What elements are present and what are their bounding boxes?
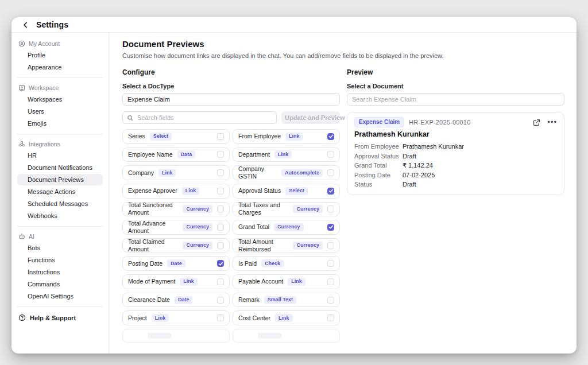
field-checkbox[interactable] (217, 205, 224, 212)
sidebar-section-label: Integrations (29, 141, 60, 147)
preview-column: Preview Select a Document Expense Claim … (347, 68, 564, 343)
field-type-badge: Link (285, 133, 303, 141)
field-label: Cost Center (238, 314, 270, 322)
sidebar-item-help-support[interactable]: Help & Support (17, 312, 103, 324)
search-fields-input[interactable] (122, 111, 277, 124)
field-card-payable-account[interactable]: Payable Account Link (233, 274, 340, 289)
field-card-total-sanctioned-amount[interactable]: Total Sanctioned Amount Currency (122, 202, 230, 217)
sidebar-item-webhooks[interactable]: Webhooks (17, 210, 103, 222)
field-card-cost-center[interactable]: Cost Center Link (233, 310, 340, 325)
ai-bot-icon (18, 233, 25, 240)
field-label: Clearance Date (128, 296, 170, 304)
field-checkbox[interactable] (217, 224, 224, 231)
field-checkbox[interactable] (217, 314, 224, 321)
field-type-badge: Autocomplete (281, 169, 323, 177)
field-checkbox[interactable] (217, 297, 224, 304)
field-checkbox[interactable] (327, 205, 334, 212)
field-checkbox[interactable] (217, 260, 224, 267)
sidebar-item-document-notifications[interactable]: Document Notifications (17, 162, 103, 173)
field-card-total-claimed-amount[interactable]: Total Claimed Amount Currency (122, 238, 230, 253)
sidebar-item-instructions[interactable]: Instructions (17, 266, 103, 278)
configure-column: Configure Select a DocType Update and Pr… (122, 68, 340, 343)
sidebar-item-workspaces[interactable]: Workspaces (17, 94, 103, 105)
back-button[interactable] (21, 20, 30, 29)
field-checkbox[interactable] (217, 169, 224, 176)
field-label: Grand Total (238, 223, 269, 231)
field-checkbox[interactable] (327, 278, 334, 285)
sidebar-item-hr[interactable]: HR (17, 150, 103, 161)
sidebar-divider (17, 77, 103, 78)
field-card-employee-name[interactable]: Employee Name Data (122, 147, 230, 162)
field-card-is-paid[interactable]: Is Paid Check (233, 256, 340, 271)
update-and-preview-button[interactable]: Update and Preview (281, 111, 340, 124)
main-content: Document Previews Customise how document… (109, 33, 577, 354)
field-label: Total Sanctioned Amount (128, 201, 178, 216)
field-checkbox[interactable] (327, 314, 334, 321)
field-checkbox[interactable] (327, 169, 334, 176)
field-card-posting-date[interactable]: Posting Date Date (122, 256, 230, 271)
sidebar-item-scheduled-messages[interactable]: Scheduled Messages (17, 198, 103, 209)
field-checkbox[interactable] (217, 133, 224, 140)
section-subtitle: Customise how document links are display… (122, 52, 564, 59)
more-options-icon[interactable]: ••• (547, 119, 557, 125)
field-checkbox[interactable] (217, 188, 224, 195)
field-card-grand-total[interactable]: Grand Total Currency (233, 220, 340, 235)
field-checkbox[interactable] (217, 151, 224, 158)
sidebar-item-message-actions[interactable]: Message Actions (17, 186, 103, 197)
field-label: Is Paid (238, 260, 257, 267)
field-checkbox[interactable] (327, 297, 334, 304)
page-title: Settings (36, 20, 68, 29)
user-circle-icon (18, 40, 25, 47)
sidebar-item-bots[interactable]: Bots (17, 242, 103, 254)
doctype-badge: Expense Claim (354, 117, 404, 127)
field-type-badge: Small Text (264, 296, 296, 304)
sidebar-item-users[interactable]: Users (17, 106, 103, 117)
field-card-company[interactable]: Company Link (122, 165, 230, 180)
sidebar-item-appearance[interactable]: Appearance (17, 61, 103, 73)
field-checkbox[interactable] (327, 151, 334, 158)
sidebar-item-emojis[interactable]: Emojis (17, 118, 103, 129)
field-card-total-amount-reimbursed[interactable]: Total Amount Reimbursed Currency (233, 238, 340, 253)
field-label: Mode of Payment (128, 278, 175, 285)
field-card-expense-approver[interactable]: Expense Approver Link (122, 184, 230, 199)
document-id: HR-EXP-2025-00010 (409, 119, 470, 126)
field-checkbox[interactable] (327, 260, 334, 267)
field-card-remark[interactable]: Remark Small Text (233, 293, 340, 308)
field-card-project[interactable]: Project Link (122, 310, 230, 325)
field-type-badge: Link (288, 278, 305, 286)
field-card-clipped[interactable] (122, 329, 230, 343)
sidebar-item-profile[interactable]: Profile (17, 49, 103, 61)
doctype-input[interactable] (122, 93, 340, 106)
sidebar-item-document-previews[interactable]: Document Previews (17, 174, 103, 185)
field-card-total-taxes-and-charges[interactable]: Total Taxes and Charges Currency (233, 202, 340, 217)
field-card-mode-of-payment[interactable]: Mode of Payment Link (122, 274, 230, 289)
preview-row: Status Draft (354, 180, 557, 189)
field-checkbox[interactable] (327, 133, 334, 140)
field-card-clipped[interactable] (233, 329, 340, 343)
field-card-clearance-date[interactable]: Clearance Date Date (122, 293, 230, 308)
field-label: Employee Name (128, 151, 173, 158)
document-search-input[interactable] (347, 93, 564, 106)
sidebar-item-commands[interactable]: Commands (17, 278, 103, 290)
field-type-badge: Link (180, 278, 198, 286)
field-card-total-advance-amount[interactable]: Total Advance Amount Currency (122, 220, 230, 235)
sidebar-item-openai-settings[interactable]: OpenAI Settings (17, 290, 103, 302)
field-checkbox[interactable] (217, 242, 224, 249)
field-card-company-gstin[interactable]: Company GSTIN Autocomplete (233, 165, 340, 180)
field-card-department[interactable]: Department Link (233, 147, 340, 162)
field-checkbox[interactable] (327, 188, 334, 195)
field-checkbox[interactable] (327, 224, 334, 231)
field-card-approval-status[interactable]: Approval Status Select (233, 184, 340, 199)
field-card-series[interactable]: Series Select (122, 129, 230, 144)
field-checkbox[interactable] (217, 278, 224, 285)
sidebar-divider (17, 306, 103, 307)
field-card-from-employee[interactable]: From Employee Link (233, 129, 340, 144)
field-type-badge: Date (175, 296, 193, 304)
preview-row-label: From Employee (354, 142, 403, 152)
doctype-label: Select a DocType (122, 83, 340, 90)
preview-row-label: Grand Total (354, 161, 403, 170)
sidebar-item-functions[interactable]: Functions (17, 254, 103, 266)
external-link-icon[interactable] (533, 119, 540, 126)
field-checkbox[interactable] (327, 242, 334, 249)
field-label: Total Claimed Amount (128, 238, 178, 253)
